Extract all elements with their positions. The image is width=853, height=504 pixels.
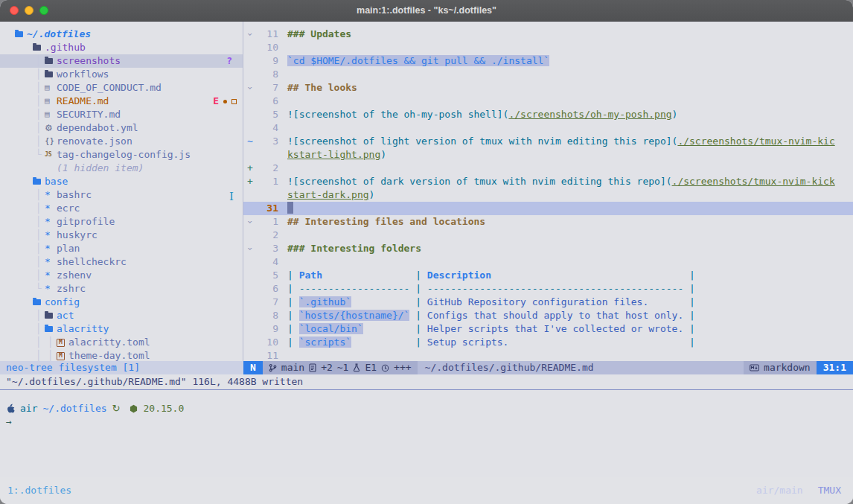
tmux-window-item[interactable]: 1:.dotfiles: [7, 484, 71, 504]
editor-line-11[interactable]: ›11### Updates: [243, 28, 853, 41]
editor-line-8[interactable]: 8| `hosts/{hostname}/` | Configs that sh…: [243, 309, 853, 322]
shell-pane[interactable]: air ~/.dotfiles ↻ 20.15.0 →: [0, 390, 853, 477]
editor-line-7[interactable]: 7| `.github` | GitHub Repository configu…: [243, 296, 853, 309]
line-text: ![screenshot of the oh-my-posh shell](./…: [287, 108, 677, 121]
tree-item-.github[interactable]: .github: [0, 41, 243, 54]
tree-item-zshrc[interactable]: └*zshrc: [0, 282, 243, 296]
git-untracked-badge: ?: [226, 54, 232, 68]
tree-item-icon-slot: *: [45, 269, 57, 282]
tree-item-icon-slot: [45, 71, 57, 77]
tree-item-label: act: [57, 309, 74, 322]
markdown-file-icon: ▤: [45, 81, 50, 95]
indent-guide: [21, 148, 33, 162]
tree-item-label: (1 hidden item): [57, 162, 144, 175]
text-segment: start-dark.png: [287, 189, 369, 200]
editor-line-5[interactable]: 5| Path | Description |: [243, 269, 853, 282]
editor-line-4[interactable]: 4: [243, 255, 853, 269]
editor-pane[interactable]: ›11### Updates109`cd $HOME/.dotfiles && …: [243, 22, 853, 361]
fold-chevron-icon: ›: [243, 215, 259, 229]
tree-item--1-hidden-item-[interactable]: (1 hidden item): [0, 162, 243, 175]
editor-line-10[interactable]: 10: [243, 41, 853, 54]
tree-item-icon-slot: *: [45, 215, 57, 229]
editor-line-3[interactable]: ›3### Interesting folders: [243, 242, 853, 255]
neotree-panel: ~/.dotfiles .github │screenshots? │workf…: [0, 22, 243, 361]
line-text: | `.github` | GitHub Repository configur…: [287, 296, 695, 309]
editor-line-7[interactable]: ›7## The looks: [243, 81, 853, 95]
tree-item-renovate.json[interactable]: │{}renovate.json: [0, 135, 243, 148]
indent-guide: [21, 242, 33, 255]
shell-input-line[interactable]: →: [6, 415, 847, 429]
git-status-square-badge: [231, 99, 237, 104]
indent-guide: [21, 229, 33, 242]
tree-item-gitprofile[interactable]: │*gitprofile: [0, 215, 243, 229]
tree-item-icon-slot: M: [57, 339, 68, 347]
editor-line-9[interactable]: 9`cd $HOME/.dotfiles && git pull && ./in…: [243, 54, 853, 68]
editor-line-3[interactable]: ~3![screenshot of light version of tmux …: [243, 135, 853, 148]
tree-item-base[interactable]: base: [0, 175, 243, 188]
tree-item-dependabot.yml[interactable]: │⚙dependabot.yml: [0, 121, 243, 135]
line-number: 10: [259, 41, 278, 54]
titlebar[interactable]: main:1:.dotfiles - "ks~/.dotfiles": [0, 0, 853, 22]
gutter-empty: [243, 108, 259, 121]
tree-item--.dotfiles[interactable]: ~/.dotfiles: [0, 28, 243, 41]
line-number: 9: [259, 54, 278, 68]
tree-item-workflows[interactable]: │workflows: [0, 68, 243, 81]
tree-item-security.md[interactable]: │▤SECURITY.md: [0, 108, 243, 121]
tree-item-code-of-conduct.md[interactable]: │▤CODE_OF_CONDUCT.md: [0, 81, 243, 95]
text-segment: |: [287, 323, 299, 334]
editor-line-6[interactable]: 6| ------------------- | ---------------…: [243, 282, 853, 296]
editor-line-wrap-12[interactable]: start-dark.png): [243, 188, 853, 202]
git-branch-icon: [269, 363, 277, 372]
clock-icon: [381, 364, 389, 372]
tree-item-theme-day.toml[interactable]: ││Mtheme-day.toml: [0, 349, 243, 361]
line-number: 10: [259, 336, 278, 349]
editor-line-10[interactable]: 10| `scripts` | Setup scripts. |: [243, 336, 853, 349]
tree-item-alacritty[interactable]: │alacritty: [0, 322, 243, 336]
tree-item-icon-slot: ▤: [45, 95, 57, 108]
tree-item-bashrc[interactable]: │*bashrc: [0, 188, 243, 202]
indent-guide: │: [33, 108, 45, 121]
tree-item-act[interactable]: │act: [0, 309, 243, 322]
tree-item-screenshots[interactable]: │screenshots?: [0, 54, 243, 68]
indent-guide: │: [33, 255, 45, 269]
tmux-session-name: air/main: [756, 484, 803, 504]
line-text: | `hosts/{hostname}/` | Configs that sho…: [287, 309, 695, 322]
text-segment: |: [287, 336, 299, 348]
indent-guide: [21, 336, 33, 349]
editor-line-11[interactable]: 11: [243, 349, 853, 361]
prompt-path: ~/.dotfiles: [42, 402, 106, 415]
dotfile-star-icon: *: [45, 188, 51, 202]
node-icon: [130, 404, 138, 413]
editor-line-31[interactable]: 31: [243, 202, 853, 215]
editor-line-1[interactable]: +1![screenshot of dark version of tmux w…: [243, 175, 853, 188]
editor-line-2[interactable]: 2: [243, 229, 853, 242]
tree-item-plan[interactable]: │*plan: [0, 242, 243, 255]
editor-line-5[interactable]: 5![screenshot of the oh-my-posh shell](.…: [243, 108, 853, 121]
editor-line-6[interactable]: 6: [243, 95, 853, 108]
text-segment: ./screenshots/tmux-nvim-kick: [672, 176, 835, 187]
tree-item-alacritty.toml[interactable]: ││Malacritty.toml: [0, 336, 243, 349]
indent-guide: │: [33, 215, 45, 229]
tree-item-huskyrc[interactable]: │*huskyrc: [0, 229, 243, 242]
tree-item-shellcheckrc[interactable]: │*shellcheckrc: [0, 255, 243, 269]
tree-item-tag-changelog-config.js[interactable]: └JStag-changelog-config.js: [0, 148, 243, 162]
indent-guide: │: [33, 68, 45, 81]
editor-line-4[interactable]: 4: [243, 121, 853, 135]
tree-item-config[interactable]: config: [0, 296, 243, 309]
gutter-empty: [243, 95, 259, 108]
text-segment: `local/bin`: [299, 323, 363, 334]
editor-line-9[interactable]: 9| `local/bin` | Helper scripts that I'v…: [243, 322, 853, 336]
line-number: 6: [259, 95, 278, 108]
indent-guide: [21, 269, 33, 282]
text-segment: ### Interesting folders: [287, 243, 421, 254]
editor-line-8[interactable]: 8: [243, 68, 853, 81]
editor-line-wrap-9[interactable]: kstart-light.png): [243, 148, 853, 162]
tree-item-ecrc[interactable]: │*ecrc: [0, 202, 243, 215]
tree-item-zshenv[interactable]: │*zshenv: [0, 269, 243, 282]
editor-line-1[interactable]: ›1## Interesting files and locations: [243, 215, 853, 229]
text-segment: Path: [299, 269, 322, 281]
tree-item-readme.md[interactable]: │▤README.mdE: [0, 95, 243, 108]
indent-guide: │: [45, 349, 57, 361]
editor-line-2[interactable]: +2: [243, 162, 853, 175]
line-number: 8: [259, 68, 278, 81]
